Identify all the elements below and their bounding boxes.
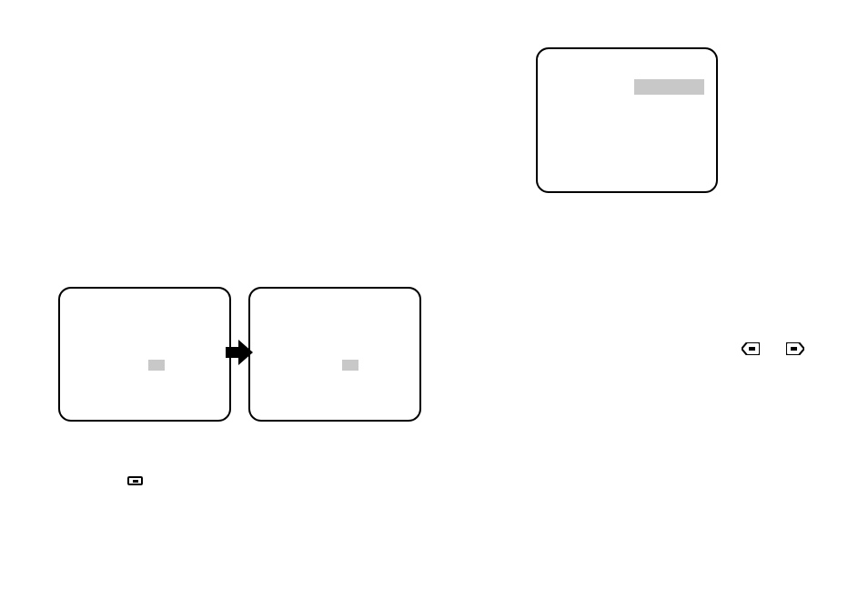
- small-rect-badge-icon: [127, 476, 143, 485]
- svg-marker-0: [226, 340, 253, 365]
- highlight-bar-top: [634, 79, 704, 95]
- screen-panel-left: [58, 287, 231, 422]
- svg-rect-1: [749, 347, 755, 351]
- tag-right-icon: [786, 342, 804, 359]
- arrow-right-icon: [226, 340, 253, 365]
- screen-panel-top: [536, 47, 718, 193]
- highlight-bar-left: [148, 360, 165, 371]
- tag-left-icon: [742, 342, 760, 359]
- svg-rect-2: [791, 347, 797, 351]
- highlight-bar-right: [342, 360, 358, 371]
- screen-panel-right: [248, 287, 421, 422]
- small-rect-badge-inner: [133, 480, 138, 483]
